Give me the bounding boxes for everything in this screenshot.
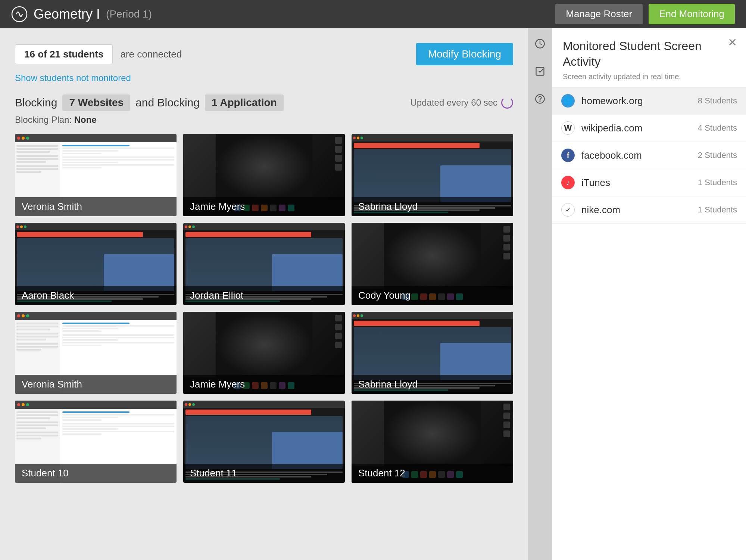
header-right: Manage Roster End Monitoring xyxy=(555,4,735,24)
manage-roster-button[interactable]: Manage Roster xyxy=(555,4,643,24)
updated-text: Updated every 60 sec xyxy=(411,97,513,109)
site-name: nike.com xyxy=(581,204,698,216)
student-card[interactable]: Student 11 xyxy=(183,401,345,483)
student-name: Jamie Myers xyxy=(183,197,345,216)
site-icon: 🌐 xyxy=(561,94,575,108)
show-not-monitored-link[interactable]: Show students not monitored xyxy=(15,73,131,83)
panel-site-item[interactable]: f facebook.com 2 Students xyxy=(552,142,746,169)
clock-icon-button[interactable] xyxy=(532,35,548,52)
panel-site-item[interactable]: ♪ iTunes 1 Students xyxy=(552,169,746,196)
site-icon: W xyxy=(561,121,575,135)
student-card[interactable]: Student 12 xyxy=(352,401,513,483)
site-icon: ✓ xyxy=(561,203,575,217)
student-card[interactable]: Cody Young xyxy=(352,223,513,305)
student-name: Aaron Black xyxy=(15,286,177,305)
panel-site-item[interactable]: 🌐 homework.org 8 Students xyxy=(552,87,746,115)
svg-point-4 xyxy=(540,101,540,101)
websites-badge: 7 Websites xyxy=(62,94,130,111)
and-blocking-text: and Blocking xyxy=(135,96,200,109)
student-card[interactable]: Sabrina Lloyd xyxy=(352,134,513,216)
blocking-plan: Blocking Plan: None xyxy=(15,115,513,125)
student-name: Student 11 xyxy=(183,464,345,483)
top-bar: 16 of 21 students are connected Modify B… xyxy=(15,43,513,65)
header-period: (Period 1) xyxy=(106,8,152,20)
end-monitoring-button[interactable]: End Monitoring xyxy=(649,4,735,24)
student-card[interactable]: Aaron Black xyxy=(15,223,177,305)
blocking-info: Blocking 7 Websites and Blocking 1 Appli… xyxy=(15,94,513,111)
student-count: 2 Students xyxy=(698,150,737,160)
panel-subtitle: Screen activity updated in real time. xyxy=(563,72,736,81)
svg-rect-2 xyxy=(536,68,544,75)
student-name: Student 10 xyxy=(15,464,177,483)
panel-close-button[interactable]: ✕ xyxy=(728,37,737,48)
panel-header: Monitored Student Screen Activity Screen… xyxy=(552,28,746,87)
student-card[interactable]: Veronia Smith xyxy=(15,134,177,216)
panel-site-item[interactable]: ✓ nike.com 1 Students xyxy=(552,196,746,224)
students-count-badge: 16 of 21 students xyxy=(15,44,113,64)
student-name: Jordan Elliot xyxy=(183,286,345,305)
page-title: Geometry I xyxy=(34,6,100,22)
student-count: 8 Students xyxy=(698,96,737,106)
student-name: Cody Young xyxy=(352,286,513,305)
student-count: 1 Students xyxy=(698,205,737,215)
right-panel: Monitored Student Screen Activity Screen… xyxy=(552,28,746,560)
are-connected-text: are connected xyxy=(120,49,182,60)
student-name: Student 12 xyxy=(352,464,513,483)
logo-icon xyxy=(11,6,28,22)
student-name: Sabrina Lloyd xyxy=(352,197,513,216)
student-name: Veronia Smith xyxy=(15,197,177,216)
student-card[interactable]: Jamie Myers xyxy=(183,312,345,394)
student-name: Veronia Smith xyxy=(15,375,177,394)
student-count: 1 Students xyxy=(698,178,737,187)
modify-blocking-button[interactable]: Modify Blocking xyxy=(416,43,513,65)
checklist-icon-button[interactable] xyxy=(532,63,548,80)
student-card[interactable]: Sabrina Lloyd xyxy=(352,312,513,394)
refresh-icon xyxy=(501,97,513,109)
site-name: facebook.com xyxy=(581,150,698,161)
student-card[interactable]: Veronia Smith xyxy=(15,312,177,394)
site-name: iTunes xyxy=(581,177,698,189)
student-grid: Veronia Smith xyxy=(15,134,513,498)
main-layout: 16 of 21 students are connected Modify B… xyxy=(0,28,746,560)
student-count: 4 Students xyxy=(698,123,737,133)
site-name: homework.org xyxy=(581,95,698,107)
help-icon-button[interactable] xyxy=(532,91,548,107)
panel-site-list: 🌐 homework.org 8 Students W wikipedia.co… xyxy=(552,87,746,560)
student-card[interactable]: Student 10 xyxy=(15,401,177,483)
panel-title: Monitored Student Screen Activity xyxy=(563,38,736,69)
panel-site-item[interactable]: W wikipedia.com 4 Students xyxy=(552,115,746,142)
site-name: wikipedia.com xyxy=(581,122,698,134)
site-icon: f xyxy=(561,149,575,162)
student-card[interactable]: Jordan Elliot xyxy=(183,223,345,305)
student-name: Sabrina Lloyd xyxy=(352,375,513,394)
site-icon: ♪ xyxy=(561,176,575,189)
header-left: Geometry I (Period 1) xyxy=(11,6,152,22)
content-area: 16 of 21 students are connected Modify B… xyxy=(0,28,528,560)
student-card[interactable]: Jamie Myers xyxy=(183,134,345,216)
sidebar-icons xyxy=(528,28,552,560)
blocking-prefix: Blocking xyxy=(15,96,57,109)
student-name: Jamie Myers xyxy=(183,375,345,394)
header: Geometry I (Period 1) Manage Roster End … xyxy=(0,0,746,28)
app-badge: 1 Application xyxy=(205,94,284,111)
